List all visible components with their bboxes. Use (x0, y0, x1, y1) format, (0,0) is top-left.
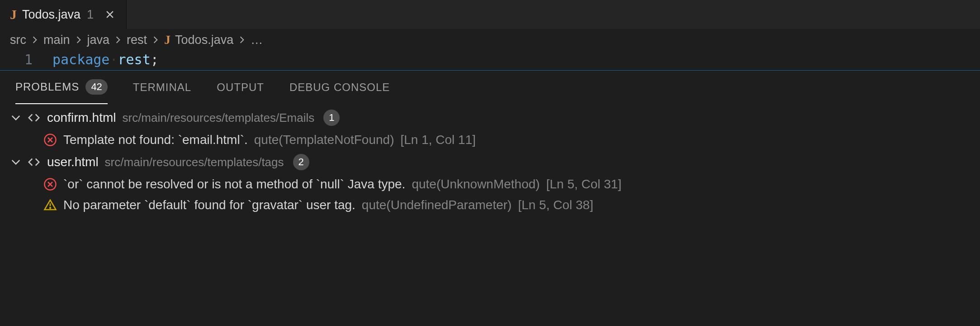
chevron-down-icon[interactable] (11, 113, 21, 123)
problem-file-path: src/main/resources/templates/Emails (122, 111, 314, 125)
java-file-icon: J (10, 8, 17, 21)
tab-file-label: Todos.java (22, 8, 80, 22)
chevron-right-icon (75, 36, 83, 44)
problem-file-header[interactable]: confirm.html src/main/resources/template… (0, 106, 980, 129)
error-icon (43, 133, 57, 147)
code-editor[interactable]: 1 package·rest; (0, 51, 980, 70)
close-icon[interactable] (104, 8, 116, 21)
code-line: package·rest; (52, 52, 159, 67)
breadcrumb-segment[interactable]: java (87, 33, 110, 47)
editor-tab[interactable]: J Todos.java 1 (0, 0, 127, 29)
breadcrumb-segment[interactable]: main (43, 33, 70, 47)
problem-item[interactable]: Template not found: `email.html`. qute(T… (0, 129, 980, 150)
tab-label: OUTPUT (217, 81, 264, 94)
problem-file-path: src/main/resources/templates/tags (105, 155, 284, 169)
tab-label: TERMINAL (133, 81, 191, 94)
chevron-right-icon (31, 36, 39, 44)
breadcrumb-trailing: … (251, 33, 263, 47)
tab-label: PROBLEMS (15, 81, 79, 93)
problem-source: qute(TemplateNotFound) (254, 133, 394, 147)
problem-item[interactable]: No parameter `default` found for `gravat… (0, 195, 980, 216)
code-file-icon (27, 155, 41, 169)
chevron-down-icon[interactable] (11, 157, 21, 167)
problem-file-count: 1 (323, 110, 340, 126)
chevron-right-icon (238, 36, 246, 44)
java-file-icon: J (164, 33, 170, 47)
bottom-panel: PROBLEMS 42 TERMINAL OUTPUT DEBUG CONSOL… (0, 70, 980, 216)
breadcrumb: src main java rest J Todos.java … (0, 29, 980, 51)
problem-location: [Ln 5, Col 38] (518, 198, 593, 212)
problem-source: qute(UndefinedParameter) (362, 198, 512, 212)
svg-point-3 (50, 207, 51, 208)
breadcrumb-segment[interactable]: src (10, 33, 26, 47)
line-number: 1 (0, 52, 52, 67)
breadcrumb-file[interactable]: Todos.java (175, 33, 233, 47)
tab-problem-count: 1 (87, 8, 94, 22)
problem-message: Template not found: `email.html`. (63, 133, 248, 147)
problem-file-header[interactable]: user.html src/main/resources/templates/t… (0, 150, 980, 174)
editor-tab-bar: J Todos.java 1 (0, 0, 980, 29)
tab-label: DEBUG CONSOLE (289, 81, 390, 94)
problem-file-count: 2 (293, 154, 309, 170)
chevron-right-icon (114, 36, 122, 44)
problem-file-name: user.html (47, 155, 99, 169)
problems-count-badge: 42 (85, 79, 107, 95)
tab-terminal[interactable]: TERMINAL (133, 71, 191, 104)
problem-source: qute(UnknownMethod) (412, 177, 540, 192)
panel-tab-bar: PROBLEMS 42 TERMINAL OUTPUT DEBUG CONSOL… (0, 71, 980, 104)
problem-message: `or` cannot be resolved or is not a meth… (63, 177, 405, 192)
problem-file-name: confirm.html (47, 110, 116, 125)
problem-location: [Ln 5, Col 31] (546, 177, 622, 192)
tab-output[interactable]: OUTPUT (217, 71, 264, 104)
problems-list: confirm.html src/main/resources/template… (0, 104, 980, 216)
code-file-icon (27, 111, 41, 125)
tab-problems[interactable]: PROBLEMS 42 (15, 71, 108, 104)
warning-icon (43, 198, 57, 212)
problem-item[interactable]: `or` cannot be resolved or is not a meth… (0, 174, 980, 195)
chevron-right-icon (151, 36, 160, 44)
problem-message: No parameter `default` found for `gravat… (63, 198, 355, 212)
error-icon (43, 177, 57, 191)
problem-location: [Ln 1, Col 11] (400, 133, 476, 147)
breadcrumb-segment[interactable]: rest (127, 33, 147, 47)
tab-debug-console[interactable]: DEBUG CONSOLE (289, 71, 390, 104)
